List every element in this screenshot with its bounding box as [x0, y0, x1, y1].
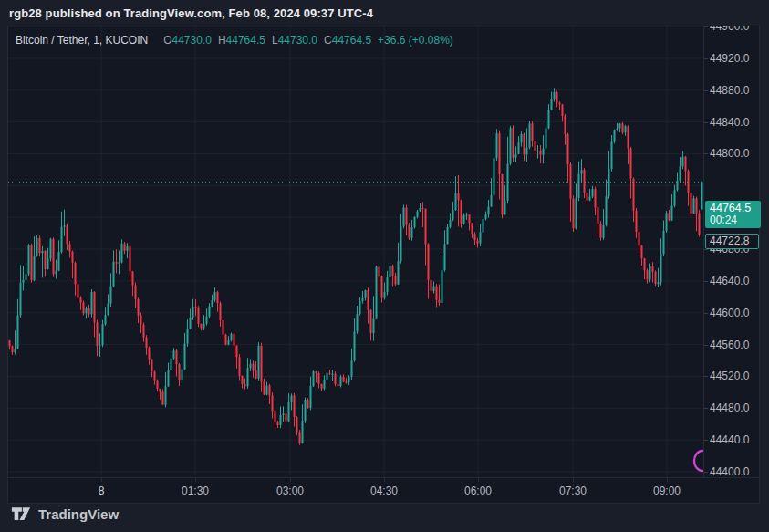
candle-body: [537, 151, 539, 151]
price-tick-mark: [704, 249, 708, 250]
candle-body: [414, 217, 416, 227]
time-tick-mark: [478, 478, 479, 482]
candle-body: [450, 220, 452, 227]
candle-body: [264, 381, 265, 394]
candle-body: [699, 214, 701, 235]
candle-body: [387, 277, 389, 292]
candle-body: [625, 126, 627, 132]
candle-body: [187, 329, 189, 344]
candle-body: [587, 193, 588, 200]
candle-body: [398, 261, 400, 284]
snapshot-header: rgb28 published on TradingView.com, Feb …: [0, 0, 769, 26]
candle-body: [157, 381, 159, 389]
chart-pane[interactable]: Bitcoin / Tether, 1, KUCOINO44730.0H4476…: [8, 26, 703, 477]
candle-body: [436, 287, 438, 300]
candle-body: [203, 324, 205, 329]
candle-body: [67, 225, 68, 244]
price-tick-mark: [704, 313, 708, 314]
candle-body: [94, 292, 96, 323]
candle-body: [524, 134, 525, 154]
candle-body: [151, 360, 153, 372]
candle-body: [606, 196, 608, 225]
time-tick-label: 09:00: [653, 485, 681, 497]
candlestick-chart[interactable]: [8, 26, 703, 477]
candle-body: [655, 272, 657, 284]
candle-body: [595, 189, 597, 207]
ohlc-close-label: C: [324, 34, 332, 47]
candle-body: [463, 215, 465, 224]
candle-body: [428, 245, 430, 280]
candle-body: [691, 193, 692, 214]
candle-body: [433, 287, 435, 291]
candle-body: [201, 324, 203, 329]
candle-body: [581, 170, 583, 173]
candle-body: [212, 300, 213, 307]
price-tick-mark: [704, 26, 708, 27]
time-tick-label: 8: [99, 485, 105, 497]
candle-body: [420, 208, 421, 212]
candle-body: [444, 244, 446, 270]
candle-body: [540, 151, 542, 155]
candle-body: [288, 402, 290, 421]
candle-body: [108, 304, 109, 316]
candle-body: [529, 123, 531, 147]
candle-body: [83, 303, 85, 314]
candle-body: [110, 287, 112, 304]
candle-body: [485, 214, 487, 219]
candle-body: [598, 207, 599, 224]
candle-body: [431, 280, 432, 291]
candle-body: [494, 158, 495, 195]
candle-body: [23, 280, 25, 283]
candle-body: [365, 290, 367, 298]
candle-body: [474, 234, 476, 240]
price-tick-mark: [704, 472, 708, 473]
candle-body: [666, 213, 668, 231]
candle-body: [510, 128, 512, 163]
candle-body: [477, 241, 479, 244]
candle-body: [99, 345, 101, 346]
candle-body: [652, 266, 654, 272]
candle-body: [390, 266, 391, 277]
candle-body: [34, 256, 36, 280]
candle-body: [88, 308, 90, 315]
chart-widget[interactable]: Bitcoin / Tether, 1, KUCOINO44730.0H4476…: [7, 26, 760, 504]
candle-body: [318, 373, 320, 384]
candle-body: [258, 346, 260, 379]
candle-body: [165, 386, 167, 404]
time-axis[interactable]: 801:3003:0004:3006:0007:3009:00: [8, 477, 761, 504]
candle-body: [86, 308, 88, 314]
candle-body: [307, 400, 309, 408]
price-tick-label: 44440.0: [710, 433, 749, 446]
candle-body: [102, 324, 104, 345]
tradingview-watermark[interactable]: TradingView: [11, 505, 119, 523]
candle-body: [395, 276, 397, 285]
candle-body: [532, 123, 534, 141]
candle-body: [562, 104, 564, 116]
candle-body: [660, 254, 662, 282]
candle-body: [26, 275, 27, 280]
candle-body: [447, 227, 449, 244]
price-tick-label: 44800.0: [710, 147, 749, 160]
candle-body: [9, 340, 11, 346]
symbol-title[interactable]: Bitcoin / Tether, 1, KUCOIN: [16, 34, 148, 47]
candle-body: [554, 92, 556, 99]
candle-body: [143, 325, 145, 338]
candle-body: [442, 270, 443, 303]
price-tick-label: 44600.0: [710, 307, 749, 319]
price-axis[interactable]: 44764.5 00:24 44722.8 44960.044920.04488…: [703, 26, 761, 477]
candle-body: [214, 292, 216, 300]
candle-body: [296, 417, 298, 433]
candle-body: [409, 224, 410, 238]
candle-body: [228, 340, 230, 345]
candle-body: [242, 376, 244, 384]
candle-body: [294, 395, 296, 417]
candle-body: [313, 371, 315, 386]
last-price-value: 44764.5: [710, 202, 761, 214]
candle-body: [417, 212, 419, 217]
candle-body: [379, 266, 380, 276]
candle-body: [64, 225, 66, 226]
candle-body: [179, 364, 181, 380]
candle-body: [124, 244, 126, 251]
candle-body: [135, 286, 137, 299]
candle-body: [376, 266, 378, 318]
